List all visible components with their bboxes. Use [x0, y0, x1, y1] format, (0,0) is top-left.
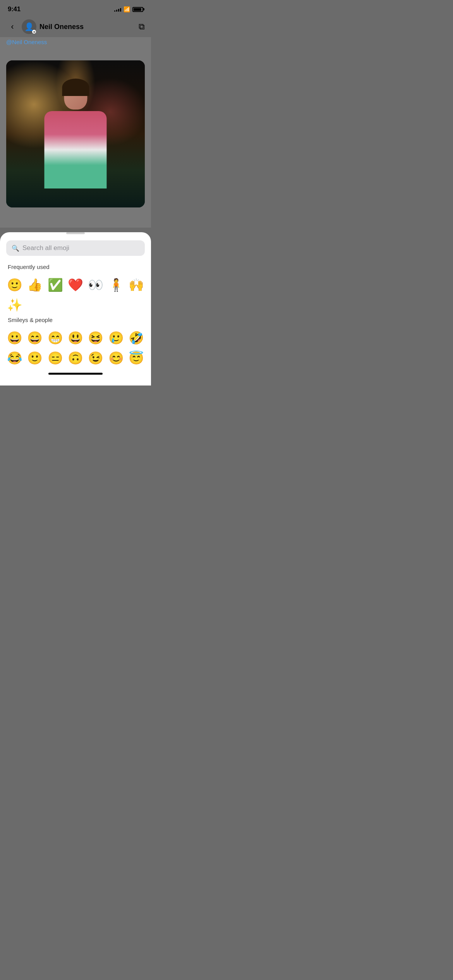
- emoji-squinting[interactable]: 😆: [86, 328, 106, 348]
- search-icon: 🔍: [12, 245, 19, 252]
- photo-person: [44, 82, 106, 207]
- back-button[interactable]: ‹: [6, 22, 19, 32]
- chat-area: @Neil Oneness: [0, 37, 151, 60]
- emoji-innocent[interactable]: 😇: [126, 348, 146, 368]
- frequently-used-grid: 🙂 👍 ✅ ❤️ 👀 🧍 🙌: [0, 275, 151, 295]
- emoji-search-bar[interactable]: 🔍 Search all emoji: [6, 240, 145, 256]
- message-image-wrap: [0, 60, 151, 212]
- smileys-grid-row2: 😂 🙂 😑 🙃 😉 😊 😇: [0, 348, 151, 368]
- smileys-grid-row1: 😀 😄 😁 😃 😆 🥲 🤣: [0, 328, 151, 348]
- emoji-grin[interactable]: 😄: [25, 328, 45, 348]
- frequently-used-row2: ✨: [0, 295, 151, 315]
- battery-icon: [132, 7, 143, 12]
- emoji-heart[interactable]: ❤️: [65, 275, 86, 295]
- home-indicator: [48, 373, 103, 375]
- wifi-icon: 📶: [124, 6, 130, 12]
- frequently-used-label: Frequently used: [0, 262, 151, 275]
- emoji-checkmark[interactable]: ✅: [45, 275, 65, 295]
- emoji-smiley2[interactable]: 😃: [65, 328, 86, 348]
- emoji-sparkle[interactable]: ✨: [5, 295, 25, 315]
- nav-bar: ‹ 👤 Neil Oneness ⧉: [0, 16, 151, 37]
- bottom-gap: [0, 212, 151, 228]
- emoji-upside-down[interactable]: 🙃: [65, 348, 86, 368]
- status-time: 9:41: [8, 5, 21, 13]
- emoji-joy[interactable]: 😂: [5, 348, 25, 368]
- emoji-smiley[interactable]: 🙂: [5, 275, 25, 295]
- search-placeholder-text: Search all emoji: [22, 244, 69, 252]
- emoji-blush[interactable]: 😊: [106, 348, 126, 368]
- emoji-expressionless[interactable]: 😑: [45, 348, 65, 368]
- mention-tag: @Neil Oneness: [6, 39, 47, 45]
- search-container: 🔍 Search all emoji: [0, 240, 151, 262]
- status-icons: 📶: [114, 6, 143, 12]
- avatar-status-dot: [32, 30, 36, 34]
- emoji-eyes[interactable]: 👀: [86, 275, 106, 295]
- signal-icon: [114, 7, 121, 12]
- emoji-relieved[interactable]: 🥲: [106, 328, 126, 348]
- avatar: 👤: [22, 19, 36, 34]
- emoji-wink[interactable]: 😉: [86, 348, 106, 368]
- emoji-thumbsup[interactable]: 👍: [25, 275, 45, 295]
- status-bar: 9:41 📶: [0, 0, 151, 16]
- emoji-beaming[interactable]: 😁: [45, 328, 65, 348]
- panel-handle: [66, 232, 85, 234]
- message-image: [6, 60, 145, 207]
- emoji-grinning[interactable]: 😀: [5, 328, 25, 348]
- smileys-label: Smileys & people: [0, 315, 151, 328]
- chat-title: Neil Oneness: [39, 23, 136, 31]
- share-button[interactable]: ⧉: [139, 22, 145, 32]
- emoji-stressed[interactable]: 🧍: [106, 275, 126, 295]
- emoji-panel: 🔍 Search all emoji Frequently used 🙂 👍 ✅…: [0, 232, 151, 385]
- emoji-slightly-smiling[interactable]: 🙂: [25, 348, 45, 368]
- emoji-rofl[interactable]: 🤣: [126, 328, 146, 348]
- emoji-raised-hands[interactable]: 🙌: [126, 275, 146, 295]
